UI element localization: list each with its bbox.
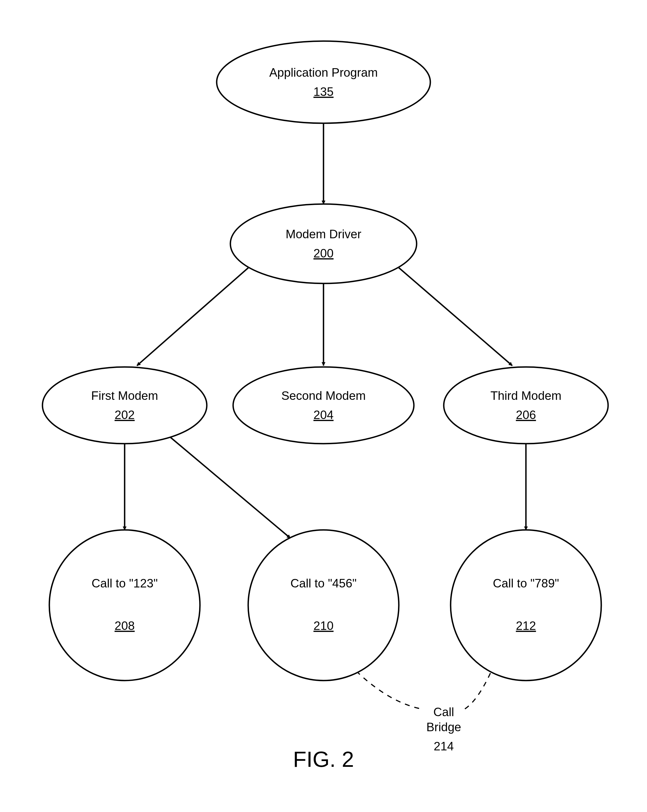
call789-label: Call to "789" [493,577,559,590]
call456-label: Call to "456" [290,577,357,590]
node-modem-driver: Modem Driver 200 [230,204,417,284]
app-label: Application Program [269,66,378,79]
modem3-ref: 206 [516,408,536,421]
bridge-ref: 214 [433,739,453,753]
svg-point-4 [444,367,608,444]
node-call-456: Call to "456" 210 [248,530,399,681]
svg-point-3 [233,367,414,444]
edge-driver-modem1 [137,260,257,366]
svg-point-1 [230,204,417,284]
bridge-line2: Bridge [426,720,461,734]
modem1-label: First Modem [91,389,158,402]
node-third-modem: Third Modem 206 [444,367,608,444]
svg-point-7 [450,530,601,681]
call-bridge-label: Call Bridge 214 [426,705,461,753]
modem2-label: Second Modem [281,389,366,402]
svg-point-5 [49,530,200,681]
edge-driver-modem3 [390,260,512,366]
bridge-line1: Call [433,705,454,719]
svg-point-0 [217,41,430,123]
call123-ref: 208 [114,619,134,632]
driver-label: Modem Driver [286,227,361,241]
figure-label: FIG. 2 [293,747,354,771]
driver-ref: 200 [313,246,333,260]
modem1-ref: 202 [114,408,134,421]
modem3-label: Third Modem [490,389,561,402]
node-first-modem: First Modem 202 [43,367,207,444]
modem2-ref: 204 [313,408,333,421]
node-call-789: Call to "789" 212 [450,530,601,681]
node-application-program: Application Program 135 [217,41,430,123]
node-call-123: Call to "123" 208 [49,530,200,681]
call789-ref: 212 [516,619,536,632]
node-second-modem: Second Modem 204 [233,367,414,444]
app-ref: 135 [313,85,333,98]
call456-ref: 210 [313,619,333,632]
edge-modem1-call456 [170,437,290,538]
svg-point-2 [43,367,207,444]
call123-label: Call to "123" [92,577,158,590]
svg-point-6 [248,530,399,681]
